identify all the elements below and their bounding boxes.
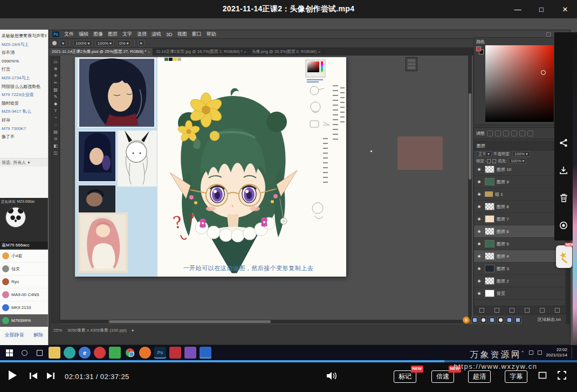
chat-message[interactable]: MZ9-1734与上 [2, 74, 46, 82]
tool-icon[interactable]: ◫ [52, 150, 59, 156]
menu-item-view[interactable]: 视图 [177, 31, 187, 38]
host-avatar[interactable] [5, 207, 26, 228]
tray-icon[interactable] [529, 350, 533, 355]
tool-icon[interactable]: ▨ [52, 87, 59, 93]
snip-tool-icon[interactable] [514, 317, 521, 324]
user-row[interactable]: M79399% [0, 314, 48, 327]
taskbar-clock[interactable]: 22:02 2021/11/14 [546, 347, 567, 359]
close-button[interactable]: ✕ [553, 0, 577, 18]
menu-item-layer[interactable]: 图层 [108, 31, 118, 38]
layer-visibility-icon[interactable]: ◉ [476, 204, 483, 209]
download-button[interactable] [559, 166, 568, 177]
taskbar-app-photoshop[interactable]: Ps [154, 347, 166, 359]
user-row[interactable]: 仙女 [0, 263, 48, 276]
search-button[interactable] [18, 347, 30, 359]
snip-tool-icon[interactable] [471, 317, 478, 324]
user-row[interactable]: MK9 2133 [0, 301, 48, 314]
layer-row[interactable]: ◉图层 10 [474, 163, 565, 176]
adjustment-icon[interactable] [519, 130, 525, 136]
mute-all-button[interactable]: 全部静音 [5, 332, 24, 339]
video-frame[interactable]: 吴敏敏想要黄茶与声带摩擦 MZ9-19/9与上 你不消 0990%% 打赏 MZ… [0, 18, 577, 360]
layer-visibility-icon[interactable]: ◉ [476, 266, 483, 271]
taskbar-app[interactable] [139, 347, 151, 359]
canvas-horizontal-scrollbar[interactable] [60, 320, 468, 324]
tool-icon[interactable]: ◆ [52, 101, 59, 107]
menu-item-filter[interactable]: 滤镜 [152, 31, 161, 38]
speed-button[interactable]: 倍速NEW [431, 370, 454, 383]
user-row[interactable]: 小4俞 [0, 250, 48, 263]
layer-visibility-icon[interactable]: ◉ [476, 242, 483, 246]
start-button[interactable] [3, 347, 15, 359]
user-row[interactable]: Ryo [0, 276, 48, 288]
tool-icon[interactable]: ✛ [52, 73, 59, 79]
show-desktop-button[interactable] [572, 347, 574, 359]
quality-button[interactable]: 超清 [468, 370, 491, 383]
chat-message[interactable]: MZ9-19/9与上 [2, 40, 46, 49]
options-extra[interactable]: ▾ [138, 40, 145, 46]
document-canvas[interactable]: ? ? [75, 57, 346, 277]
tool-icon[interactable]: ◧ [52, 143, 59, 149]
brush-tool-icon[interactable] [52, 41, 57, 45]
layer-visibility-icon[interactable]: ◉ [476, 192, 483, 196]
lock-icon[interactable] [492, 159, 496, 163]
tool-icon[interactable]: ▭ [52, 59, 59, 65]
taskbar-app[interactable] [184, 347, 196, 359]
taskbar-app[interactable] [200, 347, 211, 359]
task-view-button[interactable] [33, 347, 45, 359]
taskbar-app[interactable] [169, 347, 181, 359]
adjustment-icon[interactable] [527, 130, 533, 136]
menu-item-3d[interactable]: 3D [166, 32, 173, 37]
canvas-area[interactable]: ? ? [60, 56, 473, 324]
flow-dropdown[interactable]: 100%▾ [95, 40, 114, 46]
taskbar-app-folder[interactable] [49, 347, 60, 359]
minimize-button[interactable]: — [506, 0, 530, 18]
tool-icon[interactable]: ✂ [52, 80, 59, 86]
unmute-button[interactable]: 解除 [33, 332, 43, 339]
web-fullscreen-button[interactable] [538, 371, 547, 380]
volume-button[interactable] [326, 372, 338, 380]
subtitle-button[interactable]: 字幕 [505, 370, 527, 383]
lock-icon[interactable] [487, 159, 491, 163]
layers-panel-title[interactable]: 图层 [474, 142, 565, 150]
chat-message[interactable]: M79 7223企业道 [2, 91, 46, 99]
delete-button[interactable] [560, 194, 568, 204]
color-gradient-picker[interactable] [485, 45, 554, 122]
canvas-vertical-scrollbar[interactable] [468, 56, 472, 320]
snip-tool-icon[interactable] [497, 317, 504, 324]
taskbar-app[interactable] [94, 347, 106, 359]
menu-item-image[interactable]: 图像 [93, 31, 103, 38]
document-tab[interactable]: 头像.png @ 33.3%(图层 0, RGB/8#)× [249, 48, 324, 56]
taskbar-app[interactable] [109, 347, 121, 359]
adjustment-icon[interactable] [511, 130, 517, 136]
layer-visibility-icon[interactable]: ◉ [476, 167, 483, 171]
snip-logo[interactable]: S [463, 317, 470, 324]
opacity-dropdown[interactable]: 100%▾ [73, 40, 92, 46]
menu-item-type[interactable]: 文字 [122, 31, 132, 38]
chat-filter[interactable]: 筛选: 所有人 ▾ [0, 158, 48, 167]
menu-item-edit[interactable]: 编辑 [79, 31, 88, 38]
layer-visibility-icon[interactable]: ◉ [476, 180, 483, 184]
tool-icon[interactable]: ▤ [52, 129, 59, 135]
document-tab[interactable]: 11-14正课2发型.jpg @ 16.7%(图层 2, RGB/8#) *× [153, 48, 249, 56]
tool-icon[interactable]: ◌ [52, 122, 59, 128]
status-zoom[interactable]: 25% [53, 328, 62, 333]
tray-expand-icon[interactable]: ⌃ [521, 350, 525, 355]
layer-row[interactable]: ◉图层 7 [474, 213, 565, 225]
snip-tool-icon[interactable] [480, 317, 487, 324]
layer-visibility-icon[interactable]: ◉ [476, 279, 483, 283]
floating-mini-panel[interactable] [406, 57, 417, 71]
play-button[interactable] [8, 370, 17, 381]
layer-visibility-icon[interactable]: ◉ [476, 229, 483, 233]
user-row[interactable]: MA9-00 C4NS [0, 288, 48, 301]
tool-icon[interactable]: ✎ [52, 94, 59, 100]
layer-row[interactable]: ◉图层 6 [474, 225, 565, 238]
menu-item-help[interactable]: 帮助 [207, 31, 216, 38]
chevron-right-icon[interactable]: ▸ [132, 328, 134, 333]
layer-row[interactable]: ◉图层 9 [474, 176, 565, 188]
smoothing-dropdown[interactable]: 0%▾ [117, 40, 131, 46]
layer-visibility-icon[interactable]: ◉ [476, 254, 483, 258]
taskbar-app-chrome[interactable] [124, 347, 136, 359]
layer-row[interactable]: ◉图层 3 [474, 263, 565, 275]
adjustment-icon[interactable] [503, 130, 509, 136]
fullscreen-button[interactable] [558, 371, 566, 380]
